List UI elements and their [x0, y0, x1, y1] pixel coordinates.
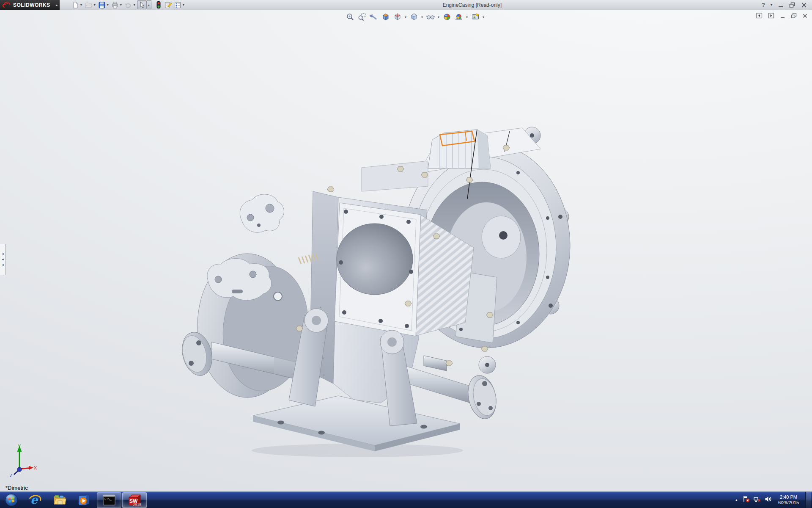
taskbar-media-player[interactable]	[72, 492, 96, 508]
select-tool-button[interactable]	[137, 0, 147, 9]
doc-close-button[interactable]	[802, 13, 808, 20]
3d-model-engine-casing[interactable]	[0, 10, 812, 491]
media-player-icon	[78, 494, 91, 506]
doc-minimize-button[interactable]	[780, 13, 785, 20]
edit-appearance-icon	[443, 13, 451, 21]
new-document-button[interactable]	[71, 0, 80, 9]
start-orb-icon	[5, 493, 18, 507]
previous-pane-icon	[756, 13, 763, 19]
hide-show-items-icon	[426, 13, 435, 21]
help-dropdown-caret[interactable]: ▾	[771, 0, 772, 9]
heads-up-view-toolbar: ▾ ▾ ▾	[345, 12, 485, 22]
rebuild-stoplight-button[interactable]	[154, 0, 163, 9]
window-controls: ? ▾	[758, 0, 812, 9]
save-icon	[98, 1, 106, 9]
cmd-label: C:\_	[104, 497, 112, 501]
edit-appearance-button[interactable]	[442, 12, 452, 22]
view-orientation-button[interactable]	[392, 12, 403, 22]
feature-tree-collapse-tab[interactable]: ◂ ◂ ◂	[0, 244, 6, 275]
taskbar-internet-explorer[interactable]: e	[23, 492, 47, 508]
mounting-brackets[interactable]	[207, 194, 318, 300]
save-dropdown-caret[interactable]: ▾	[107, 0, 110, 9]
section-view-button[interactable]	[380, 12, 391, 22]
select-dropdown-caret[interactable]: ▾	[147, 0, 151, 9]
view-settings-caret[interactable]: ▾	[482, 13, 485, 22]
print-dropdown-caret[interactable]: ▾	[120, 0, 123, 9]
quick-access-toolbar: ▾ ▾ ▾ ▾	[71, 0, 186, 9]
brand-text: SOLIDWORKS	[13, 2, 50, 8]
action-center-flag-icon	[743, 496, 750, 502]
display-style-button[interactable]	[409, 12, 419, 22]
file-properties-button[interactable]	[163, 0, 173, 9]
new-dropdown-caret[interactable]: ▾	[80, 0, 84, 9]
options-dropdown-caret[interactable]: ▾	[182, 0, 186, 9]
hide-show-items-button[interactable]	[425, 12, 436, 22]
zoom-to-fit-icon	[346, 13, 354, 21]
taskbar-solidworks-2015[interactable]: SW 2015	[122, 492, 147, 508]
show-desktop-button[interactable]	[805, 492, 811, 508]
start-button[interactable]	[0, 492, 23, 508]
new-document-icon	[71, 1, 79, 9]
section-view-icon	[381, 13, 390, 21]
document-title: EngineCasing [Read-only]	[443, 2, 502, 8]
solidworks-logo: SOLIDWORKS	[0, 0, 54, 10]
display-style-caret[interactable]: ▾	[420, 13, 424, 22]
display-style-icon	[410, 13, 418, 21]
options-icon	[174, 1, 181, 9]
next-pane-button[interactable]	[768, 13, 774, 20]
next-pane-icon	[768, 13, 774, 19]
triad-z-label: Z	[10, 473, 13, 478]
system-tray: ▲	[734, 492, 812, 508]
taskbar-command-prompt[interactable]: C:\_	[97, 492, 121, 508]
undo-button[interactable]	[123, 0, 133, 9]
print-button[interactable]	[110, 0, 120, 9]
open-dropdown-caret[interactable]: ▾	[93, 0, 97, 9]
triad-x-label: X	[34, 465, 37, 470]
volume-button[interactable]	[765, 496, 772, 504]
solidworks-window: SOLIDWORKS ▸ ▾ ▾ ▾	[0, 0, 812, 508]
doc-close-icon	[802, 13, 808, 19]
zoom-to-fit-button[interactable]	[345, 12, 355, 22]
action-center-button[interactable]	[743, 496, 750, 504]
previous-view-button[interactable]	[368, 12, 379, 22]
cylinder-bore[interactable]	[337, 224, 413, 295]
hide-show-items-caret[interactable]: ▾	[437, 13, 440, 22]
doc-restore-button[interactable]	[791, 13, 797, 20]
show-hidden-icons-button[interactable]: ▲	[734, 498, 739, 502]
clock-date: 6/26/2015	[778, 500, 799, 506]
view-settings-button[interactable]	[470, 12, 480, 22]
graphics-area[interactable]: ▾ ▾ ▾	[0, 10, 812, 491]
view-orientation-icon	[393, 13, 402, 21]
windows-explorer-icon	[53, 494, 66, 506]
taskbar-clock[interactable]: 2:40 PM 6/26/2015	[776, 494, 801, 506]
menu-expand-arrow[interactable]: ▸	[54, 0, 60, 10]
internet-explorer-icon: e	[29, 494, 41, 506]
close-button[interactable]	[801, 2, 807, 8]
previous-pane-button[interactable]	[756, 13, 763, 20]
taskbar-windows-explorer[interactable]	[47, 492, 72, 508]
undo-dropdown-caret[interactable]: ▾	[133, 0, 137, 9]
apply-scene-caret[interactable]: ▾	[465, 13, 469, 22]
view-settings-icon	[471, 13, 480, 21]
options-button[interactable]	[173, 0, 182, 9]
open-button[interactable]	[84, 0, 93, 9]
network-status-button[interactable]	[754, 496, 761, 504]
apply-scene-button[interactable]	[453, 12, 464, 22]
command-prompt-icon: C:\_	[103, 494, 115, 505]
sw-logo-year: 2015	[133, 502, 141, 506]
dassault-3ds-icon	[3, 2, 11, 8]
print-icon	[111, 1, 119, 9]
zoom-to-area-button[interactable]	[357, 12, 367, 22]
file-properties-icon	[164, 1, 172, 9]
previous-view-icon	[370, 13, 378, 21]
minimize-icon	[778, 2, 784, 8]
doc-minimize-icon	[780, 13, 785, 19]
view-orientation-caret[interactable]: ▾	[404, 13, 407, 22]
restore-icon	[789, 2, 796, 8]
solidworks-2015-icon: SW 2015	[127, 494, 142, 506]
help-button[interactable]: ?	[762, 2, 765, 8]
restore-button[interactable]	[789, 2, 796, 8]
open-icon	[85, 1, 93, 9]
save-button[interactable]	[97, 0, 107, 9]
minimize-button[interactable]	[778, 2, 784, 8]
